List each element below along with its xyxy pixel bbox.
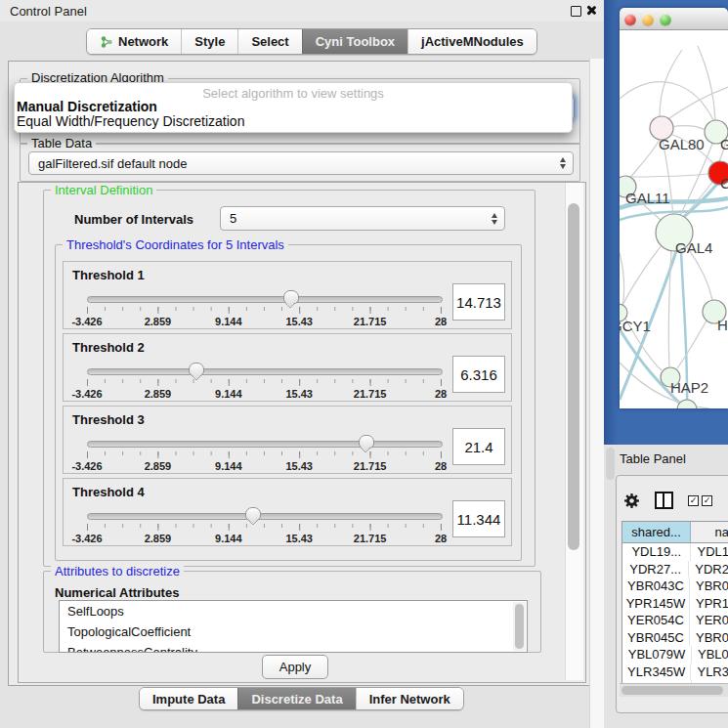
table-cell[interactable]: YBL0 bbox=[692, 646, 728, 664]
network-node[interactable] bbox=[677, 400, 697, 408]
threshold-slider[interactable]: -3.426 2.859 9.144 15.43 21.715 28 bbox=[87, 436, 441, 471]
network-canvas-svg: GAL80GCGAL11GAL4GCY1HHAP2 bbox=[620, 30, 728, 408]
number-of-intervals-combobox[interactable]: 5 bbox=[220, 206, 505, 231]
tick-label: 15.43 bbox=[285, 316, 313, 327]
threshold-slider[interactable]: -3.426 2.859 9.144 15.43 21.715 28 bbox=[87, 508, 441, 543]
tab-discretize-data[interactable]: Discretize Data bbox=[237, 688, 355, 709]
settings-scrollbar-thumb[interactable] bbox=[568, 203, 579, 550]
panel-divider-scrollbar[interactable] bbox=[589, 59, 605, 728]
minimize-traffic-light[interactable] bbox=[642, 14, 654, 25]
checkbox-icon[interactable]: ✓ bbox=[702, 495, 712, 506]
table-cell[interactable]: YBR043C bbox=[622, 578, 690, 595]
table-panel-scrollbar-thumb[interactable] bbox=[606, 448, 615, 480]
table-row[interactable]: YDL19... YDL1 bbox=[622, 543, 728, 561]
group-title-thresholds: Threshold's Coordinates for 5 Intervals bbox=[63, 237, 288, 252]
slider-thumb[interactable] bbox=[245, 507, 261, 521]
table-cell[interactable]: YLR3 bbox=[691, 664, 728, 681]
node-table: shared... na YDL19... YDL1 YDR27... YDR2… bbox=[621, 521, 728, 686]
network-node-label: GAL11 bbox=[625, 190, 670, 206]
tab-jactivemnodules[interactable]: jActiveMNodules bbox=[407, 29, 536, 54]
table-cell[interactable]: YPR1 bbox=[690, 595, 728, 613]
table-cell[interactable]: YPR145W bbox=[622, 595, 690, 613]
threshold-list: Threshold 1 -3.426 2.859 9.144 15.43 21.… bbox=[63, 261, 512, 546]
list-scrollbar-track[interactable] bbox=[513, 602, 526, 651]
tick-label: 9.144 bbox=[215, 460, 242, 472]
table-cell[interactable]: YDR27... bbox=[622, 561, 689, 578]
group-title-interval-definition: Interval Definition bbox=[51, 183, 156, 197]
slider-thumb[interactable] bbox=[283, 290, 299, 304]
table-cell[interactable]: YER0 bbox=[690, 612, 728, 629]
attribute-list-item[interactable]: BetweennessCentrality bbox=[60, 642, 527, 653]
tab-network[interactable]: Network bbox=[87, 29, 181, 54]
threshold-value-field[interactable]: 14.713 bbox=[452, 283, 505, 321]
table-header-shared-name[interactable]: shared... bbox=[622, 522, 691, 542]
slider-track[interactable] bbox=[87, 368, 443, 375]
table-data-combobox[interactable]: galFiltered.sif default node bbox=[28, 151, 574, 175]
table-hscrollbar-thumb[interactable] bbox=[621, 686, 723, 695]
table-cell[interactable]: YDL1 bbox=[691, 543, 728, 561]
table-cell[interactable]: YBL079W bbox=[622, 646, 692, 664]
table-row[interactable]: YBR043C YBR0 bbox=[622, 578, 728, 595]
slider-thumb[interactable] bbox=[359, 435, 374, 449]
close-icon[interactable] bbox=[585, 5, 596, 16]
attribute-list-item[interactable]: SelfLoops bbox=[60, 601, 527, 621]
close-traffic-light[interactable] bbox=[624, 14, 636, 25]
slider-track[interactable] bbox=[87, 441, 443, 448]
list-scrollbar-thumb[interactable] bbox=[515, 604, 524, 649]
table-row[interactable]: YDR27... YDR2 bbox=[622, 561, 728, 578]
network-edge bbox=[671, 126, 706, 130]
slider-track[interactable] bbox=[87, 513, 443, 520]
threshold-slider[interactable]: -3.426 2.859 9.144 15.43 21.715 28 bbox=[87, 364, 441, 399]
table-header-name[interactable]: na bbox=[691, 522, 728, 542]
tab-select[interactable]: Select bbox=[237, 29, 301, 54]
slider-thumb[interactable] bbox=[189, 363, 204, 376]
table-hscrollbar-track[interactable] bbox=[620, 683, 728, 697]
table-cell[interactable]: YLR345W bbox=[622, 664, 691, 681]
zoom-traffic-light[interactable] bbox=[660, 14, 671, 25]
network-view-canvas[interactable]: GAL80GCGAL11GAL4GCY1HHAP2 bbox=[620, 30, 728, 408]
tab-infer-network[interactable]: Infer Network bbox=[356, 688, 463, 709]
slider-track[interactable] bbox=[87, 296, 443, 303]
network-window: GAL80GCGAL11GAL4GCY1HHAP2 bbox=[620, 8, 728, 408]
threshold-value-field[interactable]: 11.344 bbox=[452, 500, 505, 537]
table-row[interactable]: YPR145W YPR1 bbox=[622, 595, 728, 613]
table-cell[interactable]: YBR045C bbox=[622, 629, 690, 647]
attribute-list-item[interactable]: TopologicalCoefficient bbox=[60, 621, 527, 642]
columns-icon[interactable] bbox=[655, 492, 673, 509]
table-cell[interactable]: YER054C bbox=[622, 612, 690, 629]
table-cell[interactable]: YBR0 bbox=[690, 629, 728, 647]
network-edge bbox=[677, 321, 707, 368]
tab-label: Impute Data bbox=[152, 692, 225, 707]
table-data-value: galFiltered.sif default node bbox=[38, 156, 187, 171]
threshold-slider[interactable]: -3.426 2.859 9.144 15.43 21.715 28 bbox=[87, 291, 441, 326]
dropdown-option-manual[interactable]: Manual Discretization bbox=[17, 100, 157, 114]
gear-icon[interactable] bbox=[623, 492, 640, 509]
threshold-value-field[interactable]: 21.4 bbox=[452, 428, 505, 465]
bottom-tab-bar: Impute Data Discretize Data Infer Networ… bbox=[139, 687, 464, 710]
group-title-table-data: Table Data bbox=[27, 136, 96, 150]
checkbox-icon[interactable]: ✓ bbox=[688, 495, 699, 506]
apply-button[interactable]: Apply bbox=[262, 655, 328, 679]
table-cell[interactable]: YDR2 bbox=[689, 561, 728, 578]
tab-style[interactable]: Style bbox=[181, 29, 237, 54]
table-row[interactable]: YBR045C YBR0 bbox=[622, 629, 728, 647]
network-window-titlebar[interactable] bbox=[620, 8, 728, 30]
table-cell[interactable]: YDL19... bbox=[622, 543, 691, 561]
tick-label: -3.426 bbox=[71, 316, 102, 327]
tab-cyni-toolbox[interactable]: Cyni Toolbox bbox=[302, 29, 407, 54]
table-row[interactable]: YLR345W YLR3 bbox=[622, 664, 728, 681]
table-row[interactable]: YBL079W YBL0 bbox=[622, 646, 728, 664]
table-cell[interactable]: YBR0 bbox=[690, 578, 728, 595]
tab-label: Infer Network bbox=[369, 692, 450, 707]
float-window-icon[interactable] bbox=[571, 6, 581, 17]
slider-major-ticks bbox=[87, 307, 442, 314]
table-row[interactable]: YER054C YER0 bbox=[622, 612, 728, 629]
algorithm-dropdown-popup: Select algorithm to view settings Manual… bbox=[14, 82, 573, 133]
select-columns-icons: ✓ ✓ bbox=[688, 495, 712, 506]
tick-label: 2.859 bbox=[145, 533, 172, 544]
network-edge bbox=[620, 245, 662, 312]
threshold-value-field[interactable]: 6.316 bbox=[452, 356, 505, 393]
dropdown-option-equal-width[interactable]: Equal Width/Frequency Discretization bbox=[17, 114, 244, 129]
slider-major-ticks bbox=[87, 524, 442, 531]
tab-impute-data[interactable]: Impute Data bbox=[140, 688, 237, 709]
